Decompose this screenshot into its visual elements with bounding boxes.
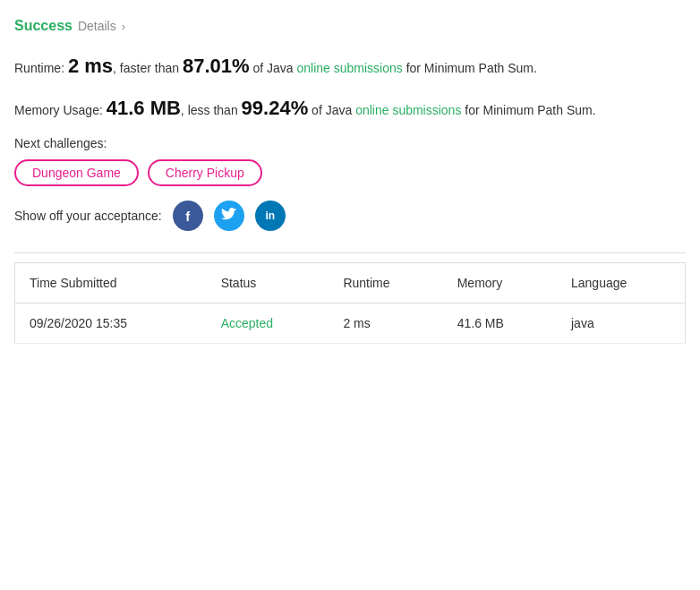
submissions-table-wrapper: Time Submitted Status Runtime Memory Lan…: [14, 262, 686, 344]
divider: [14, 252, 686, 253]
th-memory: Memory: [443, 263, 557, 304]
dungeon-game-button[interactable]: Dungeon Game: [14, 159, 139, 186]
memory-problem: for Minimum Path Sum.: [465, 103, 595, 117]
submissions-table: Time Submitted Status Runtime Memory Lan…: [14, 262, 686, 344]
table-row: 09/26/2020 15:35 Accepted 2 ms 41.6 MB j…: [15, 304, 686, 344]
linkedin-icon[interactable]: in: [255, 201, 286, 231]
memory-separator: , less than: [181, 103, 238, 117]
runtime-problem: for Minimum Path Sum.: [406, 61, 537, 75]
runtime-label: Runtime:: [14, 61, 64, 75]
th-status: Status: [207, 263, 329, 304]
runtime-line: Runtime: 2 ms, faster than 87.01% of Jav…: [14, 50, 686, 81]
challenge-buttons-container: Dungeon Game Cherry Pickup: [14, 159, 686, 186]
table-header-row: Time Submitted Status Runtime Memory Lan…: [15, 263, 686, 304]
facebook-icon[interactable]: f: [173, 201, 203, 231]
cell-runtime: 2 ms: [329, 304, 442, 344]
next-challenges-label: Next challenges:: [14, 136, 686, 150]
memory-online-link[interactable]: online submissions: [355, 103, 461, 117]
cell-memory: 41.6 MB: [443, 304, 557, 344]
breadcrumb: Success Details ›: [14, 18, 686, 34]
details-link[interactable]: Details: [78, 19, 116, 33]
success-label: Success: [14, 18, 73, 34]
memory-suffix: of Java: [312, 103, 352, 117]
th-time-submitted: Time Submitted: [15, 263, 207, 304]
memory-line: Memory Usage: 41.6 MB, less than 99.24% …: [14, 92, 686, 124]
memory-pct: 99.24%: [242, 97, 309, 119]
th-language: Language: [557, 263, 686, 304]
status-accepted: Accepted: [221, 316, 273, 330]
twitter-icon[interactable]: [214, 201, 244, 231]
social-label: Show off your acceptance:: [14, 209, 162, 223]
cell-time: 09/26/2020 15:35: [15, 304, 207, 344]
cherry-pickup-button[interactable]: Cherry Pickup: [148, 159, 262, 186]
runtime-suffix: of Java: [252, 61, 293, 75]
runtime-value: 2 ms: [68, 55, 113, 77]
chevron-icon: ›: [122, 20, 125, 33]
runtime-online-link[interactable]: online submissions: [296, 61, 402, 75]
runtime-pct: 87.01%: [183, 55, 250, 77]
th-runtime: Runtime: [329, 263, 442, 304]
memory-label: Memory Usage:: [14, 103, 103, 117]
cell-language: java: [557, 304, 686, 344]
cell-status: Accepted: [207, 304, 329, 344]
social-share-row: Show off your acceptance: f in: [14, 201, 686, 231]
runtime-separator: , faster than: [113, 61, 179, 75]
memory-value: 41.6 MB: [107, 97, 181, 119]
